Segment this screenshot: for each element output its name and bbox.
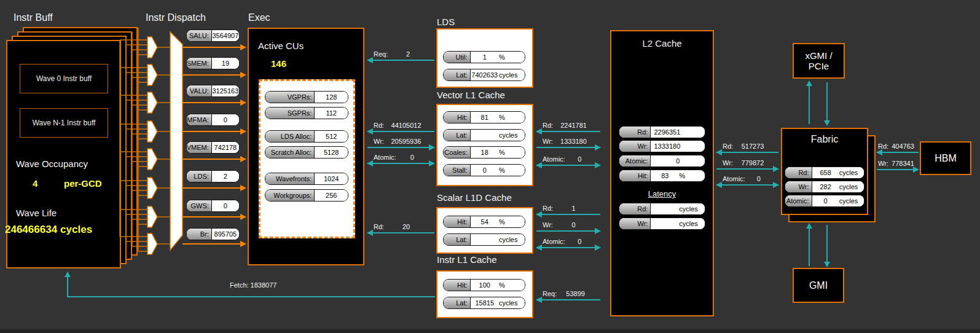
- waveN-label: Wave N-1 Instr buff: [33, 119, 96, 127]
- instr-l1-box: [436, 270, 533, 318]
- pill-value: 0%: [471, 165, 525, 176]
- pill-label: Hit:: [444, 112, 471, 123]
- vgprs-pill: VGPRs:128: [265, 91, 348, 103]
- pill-label: Wr:: [785, 181, 812, 192]
- gmi-up-arrow: [809, 229, 810, 266]
- arrow-label: Req:2: [367, 50, 434, 58]
- arrow-vl1-wr: Wr:20595936: [367, 138, 434, 148]
- pill-label: Rd:: [619, 203, 651, 214]
- arrow-label: Wr:0: [536, 221, 600, 229]
- pill-value: 0: [212, 200, 239, 211]
- pill-label: Lat:: [444, 69, 471, 80]
- arrow-label: Atomic:0: [536, 238, 600, 246]
- arrow-vl1-rd: Rd:44105012: [367, 122, 434, 132]
- wave-occupancy-label: Wave Occupancy: [16, 159, 88, 169]
- pill-number: 1: [471, 53, 499, 61]
- arrow-value: 1: [553, 205, 594, 213]
- fetch-vline: [67, 276, 68, 297]
- pill-number: 7402633: [471, 71, 499, 79]
- pill-number: 3564907: [212, 32, 239, 39]
- arrow-value: 0: [565, 155, 594, 163]
- arrow-line: [536, 247, 600, 248]
- pill-label: Br:: [187, 229, 212, 240]
- pill-value: 1333180: [651, 141, 705, 152]
- xgmi-line2: PCIe: [809, 61, 829, 71]
- pill-label: Scratch Alloc:: [265, 147, 315, 158]
- pill-label: Util:: [444, 52, 471, 63]
- arrow-fabric-wr: Wr:779872: [716, 159, 778, 170]
- pill-number: 0: [212, 202, 239, 210]
- arrow-value: 2: [388, 50, 428, 58]
- vl1-coales-pill: Coales:18%: [443, 146, 525, 159]
- arrow-value: 517273: [733, 143, 772, 151]
- arrow-sl1-rd: Rd:20: [367, 223, 434, 233]
- arrow-label: Wr:778341: [877, 160, 919, 168]
- arrow-line: [716, 168, 778, 170]
- arrow-value: 2241781: [553, 122, 594, 130]
- arrow-fabric-atomic: Atomic:0: [716, 175, 778, 186]
- instr-l1-title: Instr L1 Cache: [437, 254, 497, 265]
- fetch-arrowhead-icon: [65, 272, 71, 277]
- arrow-value: 779872: [733, 159, 772, 167]
- pill-value: 0cycles: [812, 195, 864, 206]
- dispatch-lds-pill: LDS:2: [186, 170, 240, 182]
- arrow-label: Rd:1: [536, 205, 600, 213]
- fabric-rd-pill: Rd:658cycles: [785, 166, 864, 179]
- sl1d-lat-pill: Lat:cycles: [443, 233, 525, 246]
- pill-label: Coales:: [444, 147, 471, 158]
- pill-unit: %: [499, 218, 525, 225]
- pill-label: Rd:: [619, 127, 651, 138]
- arrow-label-text: Atomic:: [543, 155, 565, 163]
- fetch-label: Fetch:1838077: [230, 281, 276, 289]
- pill-number: 1333180: [651, 143, 704, 150]
- arrow-label-text: Wr:: [374, 138, 384, 146]
- waveN-instr-buff-box: Wave N-1 Instr buff: [20, 108, 108, 138]
- pill-number: 2: [212, 173, 239, 180]
- arrow-l2-il1-req: Req:53899: [536, 290, 600, 300]
- arrow-line: [536, 131, 600, 132]
- pill-value: 2296351: [651, 127, 705, 138]
- pill-unit: %: [679, 172, 705, 179]
- arrow-hbm-rd: Rd:404763: [877, 143, 919, 153]
- arrow-label: Rd:2241781: [536, 122, 600, 130]
- pill-label: VGPRs:: [265, 92, 315, 103]
- arrow-l2-vl1-wr: Wr:1333180: [536, 138, 600, 148]
- dispatch-smem-pill: SMEM:19: [186, 57, 240, 69]
- arrow-label-text: Rd:: [543, 122, 553, 130]
- gmi-label: GMI: [809, 280, 828, 291]
- wave-life-value-row: 246466634 cycles: [5, 224, 92, 236]
- arrow-label: Wr:1333180: [536, 138, 600, 146]
- pill-value: 0: [212, 114, 239, 125]
- l2-latency-label: Latency: [610, 189, 714, 198]
- lds-alloc-pill: LDS Alloc:512: [265, 130, 348, 143]
- arrow-label-text: Atomic:: [723, 175, 745, 183]
- pill-unit: %: [499, 281, 525, 289]
- dispatch-gws-pill: GWS:0: [186, 200, 240, 212]
- arrow-fabric-rd: Rd:517273: [716, 143, 778, 153]
- pill-unit: cycles: [839, 197, 864, 205]
- pill-number: 112: [315, 109, 348, 117]
- il1-hit-pill: Hit:100%: [443, 279, 525, 291]
- arrow-label-text: Atomic:: [374, 154, 396, 162]
- pill-label: Hit:: [444, 280, 471, 291]
- arrow-line: [367, 60, 434, 61]
- arrow-value: 0: [553, 221, 594, 229]
- arrow-l2-sl1-atomic: Atomic:0: [536, 238, 600, 248]
- arrow-label: Req:53899: [536, 290, 600, 298]
- pill-number: 742178: [212, 144, 239, 151]
- lds-lat-pill: Lat:7402633cycles: [443, 69, 525, 81]
- pill-label: SGPRs:: [265, 108, 315, 119]
- arrow-l2-sl1-rd: Rd:1: [536, 205, 600, 215]
- xgmi-pcie-box: xGMI / PCIe: [793, 43, 845, 79]
- sl1d-hit-pill: Hit:54%: [443, 216, 525, 228]
- dispatch-vmem-pill: VMEM:742178: [186, 141, 240, 154]
- pill-number: 1024: [315, 175, 348, 182]
- fabric-wr-pill: Wr:282cycles: [785, 181, 864, 193]
- pill-label: Hit:: [444, 216, 471, 227]
- arrow-label-text: Rd:: [374, 122, 384, 130]
- pill-unit: %: [499, 53, 525, 61]
- pill-unit: %: [499, 114, 525, 121]
- pill-unit: cycles: [679, 220, 705, 227]
- arrow-label: Atomic:0: [536, 155, 600, 163]
- pill-label: Stall:: [444, 165, 471, 176]
